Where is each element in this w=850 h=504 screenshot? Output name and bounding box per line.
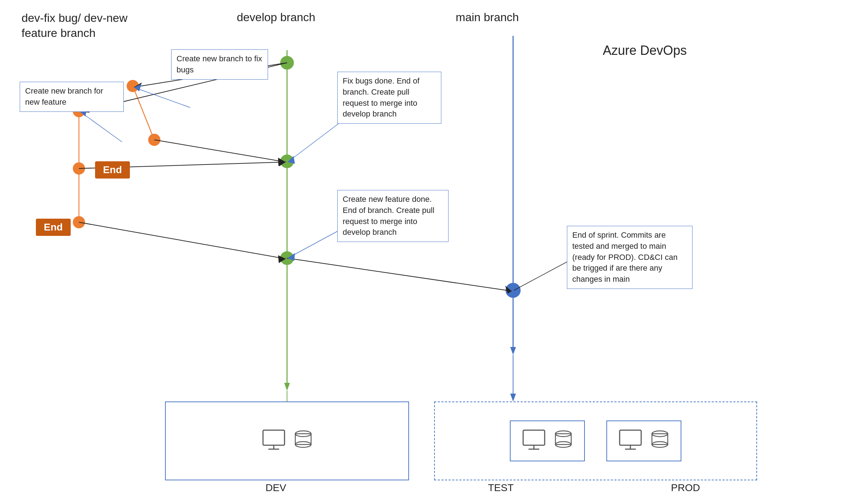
database-svg-dev xyxy=(293,428,313,453)
callout-fix-bugs-done: Fix bugs done. End of branch. Create pul… xyxy=(337,72,441,124)
end-badge-2: End xyxy=(36,219,71,236)
svg-line-31 xyxy=(288,122,341,162)
svg-line-33 xyxy=(288,229,341,258)
database-svg-prod xyxy=(650,428,670,453)
prod-inner-box xyxy=(606,420,681,461)
callout-create-fix-bugs: Create new branch to fix bugs xyxy=(171,49,268,80)
test-prod-env-box xyxy=(434,401,757,480)
monitor-svg-prod xyxy=(618,428,647,453)
svg-rect-45 xyxy=(523,430,545,445)
svg-line-23 xyxy=(79,222,286,259)
svg-marker-1 xyxy=(284,383,290,391)
svg-line-27 xyxy=(80,112,122,142)
end-badge-1: End xyxy=(95,161,130,179)
database-svg-test xyxy=(554,428,573,453)
callout-end-of-sprint: End of sprint. Commits are tested and me… xyxy=(567,226,692,289)
svg-line-25 xyxy=(287,258,512,291)
dev-env-box xyxy=(165,401,409,480)
dev-fix-branch-label: dev-fix bug/ dev-new feature branch xyxy=(22,11,144,41)
monitor-svg-dev xyxy=(261,428,290,453)
dev-monitor-icon xyxy=(261,428,313,453)
svg-marker-38 xyxy=(510,394,516,401)
svg-line-10 xyxy=(133,86,154,140)
test-label: TEST xyxy=(488,482,514,494)
dev-label: DEV xyxy=(266,482,286,494)
svg-line-29 xyxy=(134,87,190,108)
svg-line-19 xyxy=(154,140,286,162)
azure-devops-label: Azure DevOps xyxy=(603,43,687,58)
svg-line-35 xyxy=(514,258,574,290)
monitor-svg-test xyxy=(521,428,550,453)
main-branch-label: main branch xyxy=(456,11,519,24)
diagram-container: dev-fix bug/ dev-new feature branch deve… xyxy=(0,0,850,504)
svg-marker-3 xyxy=(510,347,516,355)
svg-rect-39 xyxy=(263,430,285,445)
callout-create-feature: Create new branch for new feature xyxy=(20,82,124,112)
test-inner-box xyxy=(510,420,585,461)
develop-branch-label: develop branch xyxy=(237,11,315,24)
prod-label: PROD xyxy=(671,482,700,494)
callout-feature-done: Create new feature done. End of branch. … xyxy=(337,190,449,242)
svg-rect-51 xyxy=(620,430,641,445)
